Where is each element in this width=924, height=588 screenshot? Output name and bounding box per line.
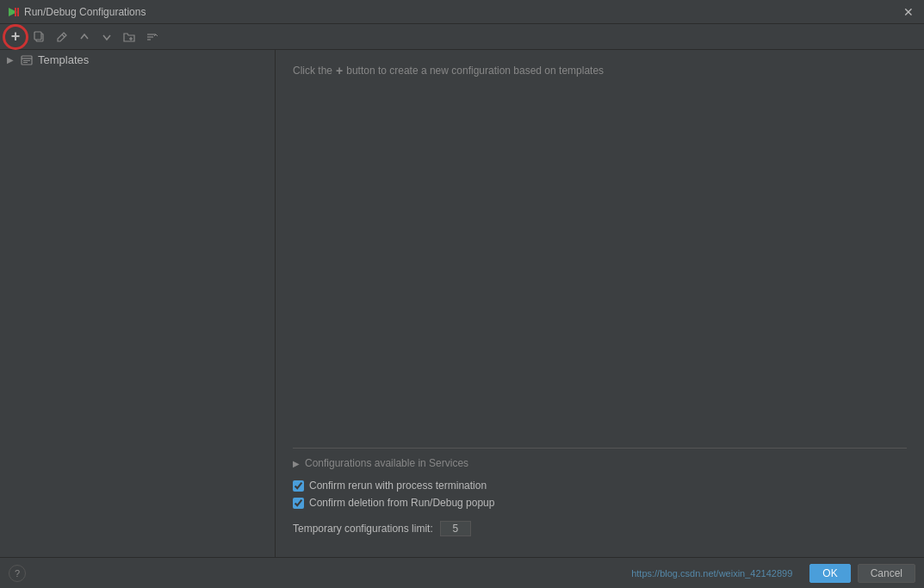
hint-text: Click the + button to create a new confi… — [293, 64, 907, 77]
temp-config-row: Temporary configurations limit: — [293, 521, 907, 536]
svg-line-5 — [62, 34, 65, 37]
svg-rect-2 — [17, 8, 19, 16]
tree-expand-arrow: ▶ — [7, 55, 17, 65]
cancel-button[interactable]: Cancel — [858, 564, 915, 583]
wrench-icon — [56, 31, 68, 43]
title-bar-left: Run/Debug Configurations — [7, 6, 146, 18]
templates-icon — [21, 54, 33, 66]
bottom-bar: ? https://blog.csdn.net/weixin_42142899 … — [0, 557, 924, 588]
temp-config-input[interactable] — [440, 521, 471, 536]
confirm-deletion-label: Confirm deletion from Run/Debug popup — [309, 497, 494, 509]
help-button[interactable]: ? — [9, 565, 26, 582]
templates-label: Templates — [38, 53, 89, 66]
bottom-left: ? — [9, 565, 26, 582]
temp-config-label: Temporary configurations limit: — [293, 523, 433, 535]
main-layout: ▶ Templates Click the + button to create… — [0, 50, 924, 557]
services-row[interactable]: ▶ Configurations available in Services — [293, 457, 907, 469]
confirm-rerun-label: Confirm rerun with process termination — [309, 480, 487, 492]
services-section: ▶ Configurations available in Services — [293, 448, 907, 469]
services-label: Configurations available in Services — [305, 457, 468, 469]
options-section: Confirm rerun with process termination C… — [293, 480, 907, 509]
content-area — [293, 91, 907, 448]
hint-prefix: Click the — [293, 65, 332, 77]
right-panel: Click the + button to create a new confi… — [276, 50, 924, 557]
confirm-deletion-checkbox[interactable] — [293, 498, 304, 509]
hint-suffix: button to create a new configuration bas… — [346, 65, 604, 77]
edit-configuration-button[interactable] — [52, 28, 72, 46]
sort-button[interactable] — [141, 28, 162, 46]
add-configuration-button[interactable]: + — [3, 25, 28, 49]
down-arrow-icon — [101, 31, 113, 43]
toolbar: + — [0, 24, 924, 50]
move-up-button[interactable] — [74, 28, 95, 46]
run-debug-icon — [7, 6, 19, 18]
new-folder-button[interactable] — [119, 28, 140, 46]
templates-tree-item[interactable]: ▶ Templates — [0, 50, 275, 70]
svg-rect-4 — [34, 32, 41, 40]
url-link: https://blog.csdn.net/weixin_42142899 — [631, 568, 792, 579]
copy-icon — [34, 31, 46, 43]
move-down-button[interactable] — [96, 28, 117, 46]
title-bar: Run/Debug Configurations ✕ — [0, 0, 924, 24]
window-title: Run/Debug Configurations — [24, 6, 146, 18]
close-button[interactable]: ✕ — [900, 3, 917, 21]
ok-button[interactable]: OK — [809, 564, 850, 583]
sort-icon — [146, 31, 158, 43]
hint-plus-symbol: + — [336, 64, 343, 77]
left-panel: ▶ Templates — [0, 50, 276, 557]
services-expand-arrow: ▶ — [293, 459, 300, 468]
folder-icon — [123, 31, 135, 43]
up-arrow-icon — [78, 31, 90, 43]
confirm-rerun-checkbox[interactable] — [293, 480, 304, 492]
copy-configuration-button[interactable] — [29, 28, 50, 46]
bottom-right: https://blog.csdn.net/weixin_42142899 OK… — [631, 564, 915, 583]
confirm-deletion-option[interactable]: Confirm deletion from Run/Debug popup — [293, 497, 907, 509]
confirm-rerun-option[interactable]: Confirm rerun with process termination — [293, 480, 907, 492]
svg-rect-1 — [15, 8, 16, 16]
